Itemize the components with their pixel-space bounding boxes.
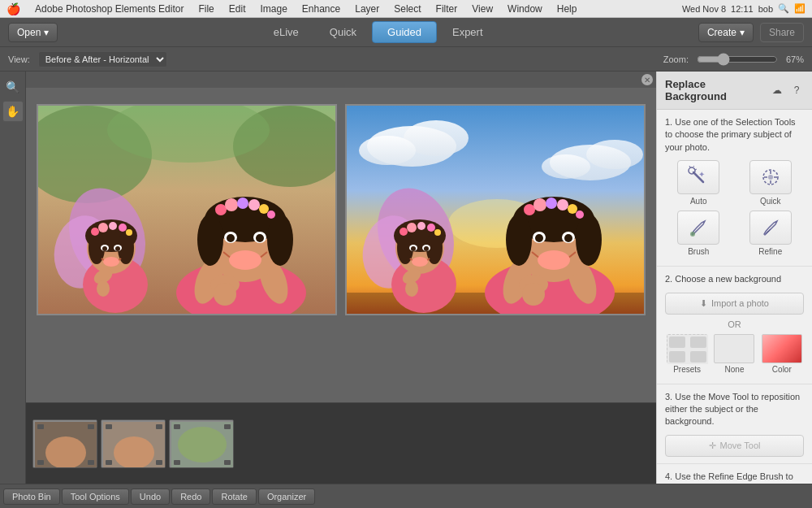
presets-option[interactable]: Presets	[665, 334, 709, 374]
presets-thumb	[667, 334, 707, 363]
background-presets-grid: Presets None Color	[665, 334, 804, 374]
import-photo-button[interactable]: ⬇ Import a photo	[665, 293, 804, 315]
photo-bin-button[interactable]: Photo Bin	[3, 488, 60, 505]
wifi-icon: 📶	[794, 3, 806, 14]
svg-line-115	[693, 166, 694, 167]
open-button[interactable]: Open ▾	[8, 23, 58, 42]
svg-point-19	[115, 246, 120, 251]
menu-view[interactable]: View	[465, 2, 499, 16]
canvas-area: ✕	[26, 72, 656, 484]
svg-rect-103	[106, 460, 112, 465]
svg-point-14	[119, 224, 127, 232]
hand-tool-button[interactable]: ✋	[2, 101, 24, 122]
view-select[interactable]: Before & After - Horizontal Before Only …	[38, 51, 167, 67]
mode-tabs: eLive Quick Guided Expert	[258, 21, 499, 43]
move-tool-icon: ✛	[709, 441, 716, 451]
presets-label: Presets	[673, 365, 701, 374]
main-area: 🔍 ✋ ✕	[0, 72, 812, 484]
svg-point-66	[411, 246, 416, 251]
auto-selection-tool[interactable]: ✦ Auto	[665, 160, 732, 206]
menu-app[interactable]: Adobe Photoshop Elements Editor	[28, 2, 190, 16]
svg-rect-101	[106, 424, 112, 429]
svg-rect-125	[690, 351, 706, 363]
svg-rect-102	[156, 424, 162, 429]
brush-icon	[687, 216, 710, 239]
menu-layer[interactable]: Layer	[348, 2, 386, 16]
before-photo-svg	[38, 106, 337, 315]
help-icon-button[interactable]: ?	[789, 83, 804, 98]
auto-tool-label: Auto	[690, 197, 707, 206]
svg-point-39	[256, 234, 264, 242]
cloud-icon-button[interactable]: ☁	[770, 83, 784, 98]
zoom-slider[interactable]	[697, 53, 778, 66]
apple-logo-icon: 🍎	[6, 2, 20, 15]
organizer-button[interactable]: Organizer	[258, 488, 315, 505]
filmstrip-thumb-1[interactable]	[32, 419, 97, 468]
step1-text: 1. Use one of the Selection Tools to cho…	[665, 116, 804, 154]
svg-point-60	[407, 223, 417, 232]
svg-point-107	[178, 427, 227, 462]
menu-filter[interactable]: Filter	[430, 2, 464, 16]
menu-enhance[interactable]: Enhance	[296, 2, 347, 16]
brush-selection-tool[interactable]: Brush	[665, 211, 732, 256]
svg-point-68	[412, 257, 428, 267]
refine-selection-tool[interactable]: Refine	[737, 211, 805, 256]
svg-rect-108	[174, 424, 180, 429]
menu-window[interactable]: Window	[501, 2, 549, 16]
close-canvas-button[interactable]: ✕	[641, 74, 653, 85]
quick-selection-tool[interactable]: Quick	[737, 160, 805, 206]
svg-point-67	[424, 246, 429, 251]
panel-title: Replace Background	[665, 78, 770, 102]
refine-tool-label: Refine	[758, 247, 782, 256]
move-tool-button[interactable]: ✛ Move Tool	[665, 435, 804, 457]
svg-rect-111	[224, 460, 231, 465]
brush-tool-label: Brush	[688, 247, 709, 256]
menu-edit[interactable]: Edit	[222, 2, 253, 16]
menu-image[interactable]: Image	[253, 2, 293, 16]
svg-point-34	[259, 204, 269, 214]
undo-button[interactable]: Undo	[131, 488, 170, 505]
menu-help[interactable]: Help	[551, 2, 584, 16]
svg-point-120	[690, 232, 695, 237]
tab-elive[interactable]: eLive	[258, 21, 314, 43]
filmstrip-thumb-3[interactable]	[169, 419, 234, 468]
svg-text:✦: ✦	[698, 170, 705, 179]
menu-time: 12:11	[731, 4, 754, 14]
left-toolbar: 🔍 ✋	[0, 72, 26, 484]
share-button[interactable]: Share	[760, 23, 804, 42]
refine-tool-icon-box	[749, 211, 792, 245]
menu-file[interactable]: File	[192, 2, 220, 16]
tab-quick[interactable]: Quick	[314, 21, 372, 43]
create-label: Create	[707, 27, 736, 38]
svg-point-22	[97, 280, 110, 297]
none-option[interactable]: None	[712, 334, 756, 374]
search-icon[interactable]: 🔍	[778, 3, 789, 14]
tab-guided[interactable]: Guided	[372, 21, 437, 43]
color-option[interactable]: Color	[760, 334, 804, 374]
svg-point-30	[215, 204, 227, 215]
svg-point-59	[400, 228, 408, 236]
menu-select[interactable]: Select	[387, 2, 427, 16]
right-panel: Replace Background ☁ ? 1. Use one of the…	[656, 72, 812, 484]
auto-wand-icon: ✦	[687, 166, 710, 189]
zoom-label: Zoom:	[663, 54, 689, 64]
svg-point-12	[98, 223, 108, 232]
menu-right: Wed Nov 8 12:11 bob 🔍 📶	[682, 3, 806, 14]
svg-point-76	[506, 214, 532, 266]
filmstrip-thumb-2[interactable]	[101, 419, 166, 468]
tab-expert[interactable]: Expert	[437, 21, 499, 43]
svg-rect-104	[156, 460, 162, 465]
brush-tool-icon-box	[677, 211, 719, 245]
move-tool-label: Move Tool	[720, 441, 761, 450]
refine-icon	[759, 216, 782, 239]
svg-point-13	[109, 222, 117, 230]
svg-rect-109	[224, 424, 231, 429]
zoom-tool-button[interactable]: 🔍	[2, 76, 24, 98]
svg-point-88	[538, 250, 570, 270]
canvas-header: ✕	[26, 72, 656, 88]
rotate-button[interactable]: Rotate	[212, 488, 256, 505]
create-button[interactable]: Create ▾	[698, 23, 754, 42]
svg-rect-123	[690, 336, 706, 348]
redo-button[interactable]: Redo	[171, 488, 210, 505]
tool-options-button[interactable]: Tool Options	[62, 488, 129, 505]
